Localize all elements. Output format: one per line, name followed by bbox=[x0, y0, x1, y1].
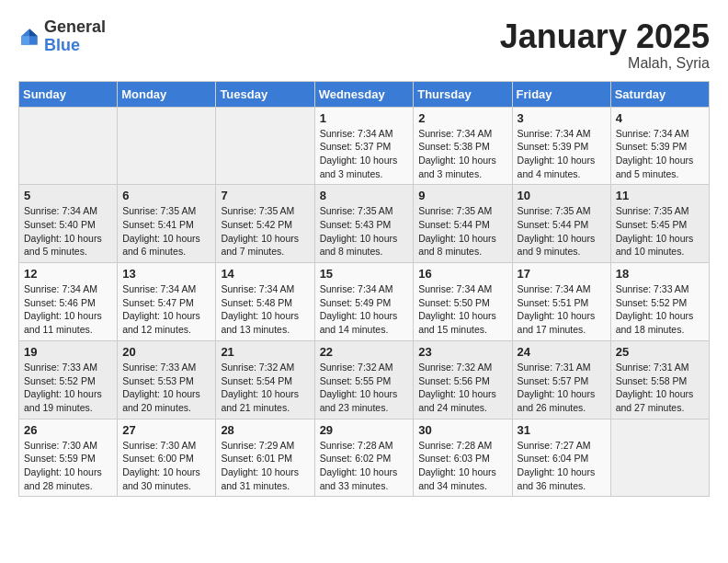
calendar-cell: 21Sunrise: 7:32 AM Sunset: 5:54 PM Dayli… bbox=[216, 340, 314, 419]
day-info: Sunrise: 7:32 AM Sunset: 5:56 PM Dayligh… bbox=[418, 361, 506, 415]
calendar-cell: 3Sunrise: 7:34 AM Sunset: 5:39 PM Daylig… bbox=[512, 107, 610, 185]
calendar-cell: 29Sunrise: 7:28 AM Sunset: 6:02 PM Dayli… bbox=[314, 419, 414, 497]
day-info: Sunrise: 7:34 AM Sunset: 5:40 PM Dayligh… bbox=[24, 204, 112, 259]
calendar-title: January 2025 bbox=[500, 18, 710, 55]
day-number: 9 bbox=[418, 189, 506, 202]
calendar-cell: 25Sunrise: 7:31 AM Sunset: 5:58 PM Dayli… bbox=[610, 340, 709, 419]
day-number: 8 bbox=[320, 189, 409, 202]
calendar-cell bbox=[19, 107, 118, 185]
day-number: 10 bbox=[518, 189, 606, 202]
day-info: Sunrise: 7:34 AM Sunset: 5:50 PM Dayligh… bbox=[418, 282, 506, 337]
day-number: 17 bbox=[518, 267, 606, 281]
day-info: Sunrise: 7:30 AM Sunset: 6:00 PM Dayligh… bbox=[122, 439, 210, 493]
logo-icon bbox=[18, 26, 40, 48]
header-day-thursday: Thursday bbox=[414, 81, 512, 107]
header-day-sunday: Sunday bbox=[19, 81, 118, 107]
day-number: 7 bbox=[221, 189, 309, 202]
calendar-cell: 10Sunrise: 7:35 AM Sunset: 5:44 PM Dayli… bbox=[512, 185, 610, 263]
day-number: 26 bbox=[24, 423, 112, 437]
calendar-week-row: 12Sunrise: 7:34 AM Sunset: 5:46 PM Dayli… bbox=[19, 263, 710, 341]
header-day-monday: Monday bbox=[118, 81, 216, 107]
day-info: Sunrise: 7:31 AM Sunset: 5:57 PM Dayligh… bbox=[518, 361, 606, 415]
day-info: Sunrise: 7:35 AM Sunset: 5:44 PM Dayligh… bbox=[418, 204, 506, 259]
calendar-cell: 31Sunrise: 7:27 AM Sunset: 6:04 PM Dayli… bbox=[512, 419, 610, 497]
day-number: 2 bbox=[418, 111, 506, 125]
day-info: Sunrise: 7:30 AM Sunset: 5:59 PM Dayligh… bbox=[24, 439, 112, 493]
calendar-cell: 17Sunrise: 7:34 AM Sunset: 5:51 PM Dayli… bbox=[512, 263, 610, 341]
calendar-cell: 18Sunrise: 7:33 AM Sunset: 5:52 PM Dayli… bbox=[610, 263, 709, 341]
day-number: 24 bbox=[518, 345, 606, 359]
day-info: Sunrise: 7:35 AM Sunset: 5:45 PM Dayligh… bbox=[616, 204, 704, 259]
calendar-cell: 12Sunrise: 7:34 AM Sunset: 5:46 PM Dayli… bbox=[19, 263, 118, 341]
day-number: 1 bbox=[320, 111, 409, 125]
day-info: Sunrise: 7:34 AM Sunset: 5:51 PM Dayligh… bbox=[518, 282, 606, 337]
day-number: 28 bbox=[221, 423, 309, 437]
calendar-cell bbox=[610, 419, 709, 497]
calendar-week-row: 19Sunrise: 7:33 AM Sunset: 5:52 PM Dayli… bbox=[19, 340, 710, 419]
calendar-cell: 9Sunrise: 7:35 AM Sunset: 5:44 PM Daylig… bbox=[414, 185, 512, 263]
day-number: 30 bbox=[418, 423, 506, 437]
day-number: 12 bbox=[24, 267, 112, 281]
calendar-title-area: January 2025 Malah, Syria bbox=[500, 18, 710, 72]
calendar-week-row: 5Sunrise: 7:34 AM Sunset: 5:40 PM Daylig… bbox=[19, 185, 710, 263]
day-info: Sunrise: 7:29 AM Sunset: 6:01 PM Dayligh… bbox=[221, 439, 309, 493]
day-info: Sunrise: 7:35 AM Sunset: 5:42 PM Dayligh… bbox=[221, 204, 309, 259]
logo-blue: Blue bbox=[44, 37, 106, 55]
day-info: Sunrise: 7:35 AM Sunset: 5:41 PM Dayligh… bbox=[122, 204, 210, 259]
day-info: Sunrise: 7:28 AM Sunset: 6:02 PM Dayligh… bbox=[320, 439, 409, 493]
day-number: 6 bbox=[122, 189, 210, 202]
calendar-header-row: SundayMondayTuesdayWednesdayThursdayFrid… bbox=[19, 81, 710, 107]
calendar-cell: 19Sunrise: 7:33 AM Sunset: 5:52 PM Dayli… bbox=[19, 340, 118, 419]
page-header: General Blue January 2025 Malah, Syria bbox=[18, 18, 710, 72]
logo-general: General bbox=[44, 18, 106, 37]
day-number: 11 bbox=[616, 189, 704, 202]
calendar-week-row: 26Sunrise: 7:30 AM Sunset: 5:59 PM Dayli… bbox=[19, 419, 710, 497]
day-number: 19 bbox=[24, 345, 112, 359]
calendar-cell: 2Sunrise: 7:34 AM Sunset: 5:38 PM Daylig… bbox=[414, 107, 512, 185]
svg-marker-2 bbox=[21, 36, 29, 45]
day-number: 27 bbox=[122, 423, 210, 437]
day-number: 14 bbox=[221, 267, 309, 281]
day-number: 3 bbox=[518, 111, 606, 125]
calendar-cell: 15Sunrise: 7:34 AM Sunset: 5:49 PM Dayli… bbox=[314, 263, 414, 341]
day-number: 20 bbox=[122, 345, 210, 359]
calendar-cell: 14Sunrise: 7:34 AM Sunset: 5:48 PM Dayli… bbox=[216, 263, 314, 341]
calendar-week-row: 1Sunrise: 7:34 AM Sunset: 5:37 PM Daylig… bbox=[19, 107, 710, 185]
header-day-tuesday: Tuesday bbox=[216, 81, 314, 107]
day-number: 31 bbox=[518, 423, 606, 437]
day-info: Sunrise: 7:27 AM Sunset: 6:04 PM Dayligh… bbox=[518, 439, 606, 493]
day-info: Sunrise: 7:28 AM Sunset: 6:03 PM Dayligh… bbox=[418, 439, 506, 493]
calendar-cell: 6Sunrise: 7:35 AM Sunset: 5:41 PM Daylig… bbox=[118, 185, 216, 263]
day-info: Sunrise: 7:32 AM Sunset: 5:54 PM Dayligh… bbox=[221, 361, 309, 415]
day-number: 18 bbox=[616, 267, 704, 281]
calendar-cell: 26Sunrise: 7:30 AM Sunset: 5:59 PM Dayli… bbox=[19, 419, 118, 497]
calendar-subtitle: Malah, Syria bbox=[500, 55, 710, 72]
day-number: 16 bbox=[418, 267, 506, 281]
day-info: Sunrise: 7:31 AM Sunset: 5:58 PM Dayligh… bbox=[616, 361, 704, 415]
day-info: Sunrise: 7:35 AM Sunset: 5:43 PM Dayligh… bbox=[320, 204, 409, 259]
calendar-cell: 16Sunrise: 7:34 AM Sunset: 5:50 PM Dayli… bbox=[414, 263, 512, 341]
day-number: 15 bbox=[320, 267, 409, 281]
day-info: Sunrise: 7:35 AM Sunset: 5:44 PM Dayligh… bbox=[518, 204, 606, 259]
day-info: Sunrise: 7:34 AM Sunset: 5:38 PM Dayligh… bbox=[418, 127, 506, 181]
calendar-cell: 30Sunrise: 7:28 AM Sunset: 6:03 PM Dayli… bbox=[414, 419, 512, 497]
day-info: Sunrise: 7:34 AM Sunset: 5:46 PM Dayligh… bbox=[24, 282, 112, 337]
calendar-cell bbox=[118, 107, 216, 185]
day-number: 13 bbox=[122, 267, 210, 281]
day-number: 4 bbox=[616, 111, 704, 125]
calendar-cell: 24Sunrise: 7:31 AM Sunset: 5:57 PM Dayli… bbox=[512, 340, 610, 419]
svg-marker-1 bbox=[29, 29, 38, 36]
calendar-cell: 20Sunrise: 7:33 AM Sunset: 5:53 PM Dayli… bbox=[118, 340, 216, 419]
day-info: Sunrise: 7:34 AM Sunset: 5:48 PM Dayligh… bbox=[221, 282, 309, 337]
calendar-cell: 1Sunrise: 7:34 AM Sunset: 5:37 PM Daylig… bbox=[314, 107, 414, 185]
day-info: Sunrise: 7:34 AM Sunset: 5:39 PM Dayligh… bbox=[518, 127, 606, 181]
calendar-cell: 8Sunrise: 7:35 AM Sunset: 5:43 PM Daylig… bbox=[314, 185, 414, 263]
day-info: Sunrise: 7:34 AM Sunset: 5:37 PM Dayligh… bbox=[320, 127, 409, 181]
day-info: Sunrise: 7:33 AM Sunset: 5:52 PM Dayligh… bbox=[616, 282, 704, 337]
calendar-cell: 7Sunrise: 7:35 AM Sunset: 5:42 PM Daylig… bbox=[216, 185, 314, 263]
logo: General Blue bbox=[18, 18, 106, 55]
calendar-cell: 13Sunrise: 7:34 AM Sunset: 5:47 PM Dayli… bbox=[118, 263, 216, 341]
calendar-cell: 4Sunrise: 7:34 AM Sunset: 5:39 PM Daylig… bbox=[610, 107, 709, 185]
day-info: Sunrise: 7:33 AM Sunset: 5:53 PM Dayligh… bbox=[122, 361, 210, 415]
calendar-cell: 22Sunrise: 7:32 AM Sunset: 5:55 PM Dayli… bbox=[314, 340, 414, 419]
